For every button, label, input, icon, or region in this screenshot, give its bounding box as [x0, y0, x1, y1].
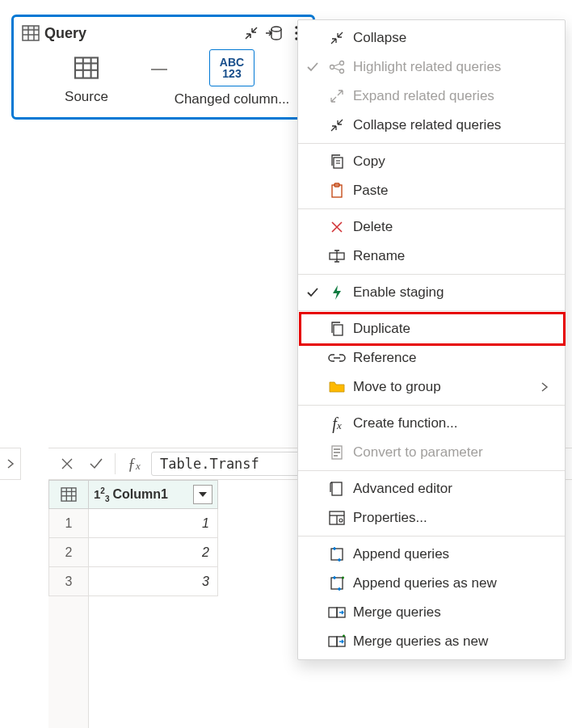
svg-rect-43 [61, 488, 76, 501]
svg-point-36 [339, 519, 343, 522]
svg-rect-5 [23, 26, 39, 30]
svg-rect-37 [331, 549, 343, 560]
menu-merge-queries[interactable]: Merge queries [298, 598, 565, 627]
append-new-icon [327, 575, 347, 591]
svg-line-19 [334, 68, 340, 70]
query-title: Query [44, 25, 240, 42]
menu-paste[interactable]: Paste [298, 176, 565, 205]
menu-enable-staging[interactable]: Enable staging [298, 278, 565, 307]
parameter-icon [327, 444, 347, 461]
column-filter-button[interactable] [193, 485, 212, 504]
menu-duplicate[interactable]: Duplicate [298, 314, 565, 343]
paste-icon [327, 183, 347, 199]
check-icon [305, 61, 321, 74]
menu-move-to-group[interactable]: Move to group [298, 372, 565, 402]
svg-rect-30 [334, 452, 340, 453]
menu-properties[interactable]: Properties... [298, 503, 565, 532]
menu-rename[interactable]: Rename [298, 242, 565, 271]
function-icon: fx [327, 414, 347, 433]
cancel-formula-button[interactable] [55, 452, 79, 476]
grid-gutter [48, 596, 89, 728]
menu-create-function[interactable]: fx Create function... [298, 409, 565, 438]
expand-icon [327, 89, 347, 103]
menu-separator [298, 310, 565, 311]
menu-highlight-related[interactable]: Highlight related queries [298, 53, 565, 82]
menu-copy[interactable]: Copy [298, 147, 565, 176]
function-icon: ƒx [128, 455, 141, 473]
svg-rect-27 [334, 325, 343, 335]
check-icon [305, 286, 321, 299]
column-header[interactable]: 123 Column1 [89, 480, 218, 509]
link-icon [327, 352, 347, 364]
svg-point-17 [340, 69, 344, 74]
properties-icon [327, 511, 347, 525]
formula-text: Table.Transf [160, 456, 259, 472]
svg-line-18 [334, 64, 340, 66]
menu-separator [298, 274, 565, 275]
merge-icon [327, 605, 347, 620]
editor-icon [327, 481, 347, 497]
database-arrow-icon [265, 24, 283, 42]
menu-separator [298, 470, 565, 471]
close-icon [327, 221, 347, 234]
step-connector [151, 69, 167, 70]
cell[interactable]: 2 [89, 538, 218, 567]
column-type-icon: 123 [94, 486, 109, 503]
svg-point-15 [330, 65, 334, 69]
svg-rect-39 [329, 608, 337, 617]
close-icon [61, 457, 74, 470]
menu-append-queries[interactable]: Append queries [298, 540, 565, 569]
svg-rect-32 [332, 482, 342, 495]
svg-rect-10 [75, 57, 98, 78]
collapse-icon [244, 26, 259, 40]
rename-icon [327, 250, 347, 263]
menu-separator [298, 143, 565, 144]
share-icon [327, 60, 347, 74]
menu-append-queries-new[interactable]: Append queries as new [298, 569, 565, 598]
step-changed-label: Changed column... [175, 91, 290, 107]
lightning-icon [327, 284, 347, 301]
menu-advanced-editor[interactable]: Advanced editor [298, 474, 565, 503]
table-icon [61, 487, 77, 502]
row-number[interactable]: 3 [48, 567, 89, 596]
menu-collapse[interactable]: Collapse [298, 23, 565, 53]
menu-expand-related[interactable]: Expand related queries [298, 82, 565, 111]
queries-pane-toggle[interactable] [0, 448, 21, 480]
menu-separator [298, 208, 565, 209]
step-changed-type[interactable]: ABC 123 Changed column... [167, 49, 297, 107]
fx-button[interactable]: ƒx [122, 452, 146, 476]
row-number[interactable]: 1 [48, 509, 89, 538]
menu-delete[interactable]: Delete [298, 213, 565, 242]
divider [115, 453, 116, 474]
column-type-icon: ABC 123 [209, 49, 254, 86]
append-icon [327, 546, 347, 562]
merge-new-icon [327, 634, 347, 649]
data-destination-button[interactable] [263, 22, 285, 44]
table-icon [22, 25, 40, 41]
chevron-right-icon [6, 458, 15, 469]
menu-separator [298, 536, 565, 537]
grid-corner[interactable] [48, 480, 89, 509]
menu-merge-queries-new[interactable]: Merge queries as new [298, 627, 565, 656]
svg-rect-38 [331, 578, 343, 589]
menu-collapse-related[interactable]: Collapse related queries [298, 111, 565, 140]
svg-point-16 [340, 61, 344, 65]
menu-separator [298, 405, 565, 406]
table-icon [74, 57, 99, 79]
cell[interactable]: 1 [89, 509, 218, 538]
query-card[interactable]: Query Source [11, 15, 315, 120]
cell[interactable]: 3 [89, 567, 218, 596]
copy-icon [327, 154, 347, 170]
confirm-formula-button[interactable] [84, 452, 108, 476]
menu-reference[interactable]: Reference [298, 343, 565, 372]
step-source[interactable]: Source [22, 52, 151, 105]
column-name: Column1 [112, 487, 193, 502]
collapse-button[interactable] [240, 22, 263, 44]
svg-rect-41 [329, 637, 337, 646]
check-icon [89, 457, 103, 470]
caret-down-icon [198, 490, 208, 499]
menu-convert-to-parameter[interactable]: Convert to parameter [298, 438, 565, 467]
row-number[interactable]: 2 [48, 538, 89, 567]
svg-rect-31 [334, 455, 338, 457]
collapse-icon [327, 118, 347, 133]
